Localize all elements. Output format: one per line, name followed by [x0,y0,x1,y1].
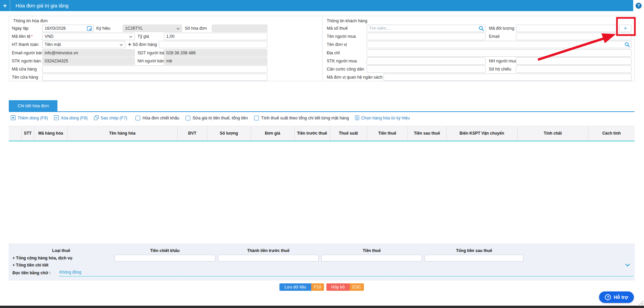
row-can-cuoc: Căn cước công dân Số hộ chiếu [323,65,634,73]
payment-method-select[interactable]: Tiền mặt [42,41,125,48]
column-header-ma-hang-hoa[interactable]: Mã hàng hóa [34,126,67,141]
store-code-input[interactable] [42,65,267,73]
totals-header-thanh-tien-truoc-thue: Thành tiền trước thuế [217,247,320,255]
column-header-thue-suat[interactable]: Thuế suất [330,126,367,141]
column-header-bien-kspt[interactable]: Biển KSPT Vận chuyển [446,126,517,141]
column-header-dvt[interactable]: ĐVT [177,126,207,141]
help-icon[interactable]: ? [636,3,642,9]
column-header-ten-hang-hoa[interactable]: Tên hàng hóa [67,126,177,141]
currency-select[interactable]: VND [42,33,135,40]
chevron-down-icon [176,26,180,31]
totals-header-loai-thue: Loại thuế [9,247,113,255]
budget-unit-code-label: Mã đơn vị quan hệ ngân sách [326,75,383,80]
copy-row-button[interactable]: Sao chép (F7) [94,115,127,121]
column-header-tinh-chat[interactable]: Tính chất [517,126,588,141]
total-before-tax-input[interactable] [218,255,319,261]
store-name-input[interactable] [42,74,267,81]
totals-header-tien-thue: Tiền thuế [320,247,423,255]
calendar-icon[interactable] [87,26,92,31]
invoice-number-input [212,25,267,32]
order-number-input[interactable] [159,41,267,48]
column-header-tien-thue[interactable]: Tiền thuế [367,126,407,141]
seller-account-label: STK người bán [11,59,42,63]
save-hotkey-badge: F10 [311,283,324,291]
row-ma-cua-hang: Mã cửa hàng [9,65,267,73]
tax-code-label: Mã số thuế [326,26,367,31]
resize-grip[interactable] [639,301,643,305]
order-number-label: Số đơn hàng [132,42,159,47]
seller-bank-input [164,57,267,65]
column-header-don-gia[interactable]: Đơn giá [251,126,294,141]
seller-email-input [42,49,135,57]
symbol-select[interactable]: 1C26TYL [123,25,182,32]
buyer-name-input[interactable] [367,33,486,40]
column-header-stt[interactable]: STT [21,126,34,141]
discount-invoice-checkbox[interactable]: Hóa đơn chiết khấu [135,116,179,120]
add-row-icon [11,115,16,121]
symbol-label: Ký hiệu [96,26,123,31]
row-ht-thanh-toan: HT thanh toán Tiền mặt + Số đơn hàng [9,40,267,49]
search-icon[interactable] [624,42,630,47]
titlebar: + Hóa đơn giá trị gia tăng ? [0,0,644,11]
citizen-id-label: Căn cước công dân [326,67,367,72]
cancel-button[interactable]: Hủy bỏ ESC [326,283,364,291]
total-after-tax-input[interactable] [425,255,523,261]
column-header-so-luong[interactable]: Số lượng [207,126,251,141]
chevron-down-icon [120,42,123,47]
total-goods-label: + Tổng cộng hàng hóa, dịch vụ [9,256,113,260]
total-discount-input[interactable] [115,255,215,261]
add-payment-method-icon[interactable]: + [128,42,131,47]
detail-toolbar: Thêm dòng (F9) Xóa dòng (F8) Sao chép (F… [9,112,635,124]
window-bottom-bar [0,306,644,308]
save-button[interactable]: Lưu dữ liệu F10 [279,283,324,291]
edit-tax-total-checkbox[interactable]: Sửa giá trị tiền thuế, tổng tiền [185,116,248,120]
expand-detail-chevron-icon[interactable] [625,263,630,267]
tab-invoice-detail[interactable]: Chi tiết hóa đơn [9,100,57,111]
header-groupbox: Thông tin hóa đơn Ngày lập Ký hiệu 1C26T… [9,16,635,81]
passport-input[interactable] [516,65,631,73]
row-ten-don-vi: Tên đơn vị [323,40,634,49]
object-code-input[interactable] [516,25,617,32]
budget-unit-code-input[interactable] [383,74,631,81]
exchange-rate-input[interactable] [164,33,267,40]
issue-date-input[interactable] [42,25,94,32]
column-header-cach-tinh[interactable]: Cách tính [588,126,635,141]
pick-goods-button[interactable]: Chọn hàng hóa từ ký hiệu [355,115,410,121]
totals-header-tien-chiet-khau: Tiền chiết khấu [113,247,217,255]
seller-phone-label: SDT người bán [138,51,164,55]
add-row-button[interactable]: Thêm dòng (F9) [11,115,48,121]
tax-code-search-input[interactable] [367,25,486,32]
total-tax-input[interactable] [321,255,422,261]
support-button[interactable]: ? Hỗ trợ [599,291,634,303]
total-detail-label: + Tổng tiền chi tiết [9,263,48,268]
tax-by-line-total-checkbox[interactable]: Tính thuế suất theo tổng chi tiết từng m… [254,116,349,120]
document-icon [355,115,359,121]
row-email-nguoi-ban: Email người bán SDT người bán [9,49,267,57]
amount-in-words-value: Không đồng [59,270,81,275]
row-ma-so-thue: Mã số thuế Mã đối tượng + [323,24,634,32]
column-header-tien-sau-thue[interactable]: Tiền sau thuế [407,126,446,141]
store-code-label: Mã cửa hàng [11,67,42,72]
customer-info-legend: Thông tin khách hàng [323,17,634,24]
store-name-label: Tên cửa hàng [11,75,42,80]
company-name-input[interactable] [367,41,631,48]
buyer-account-input[interactable] [367,57,486,65]
total-detail-row: + Tổng tiền chi tiết [9,261,634,269]
footer-actions: Lưu dữ liệu F10 Hủy bỏ ESC [9,283,635,291]
address-input[interactable] [367,49,631,57]
new-invoice-button[interactable]: + [0,0,10,11]
object-code-label: Mã đối tượng [489,26,516,31]
tab-bar: Chi tiết hóa đơn [9,100,635,112]
buyer-email-input[interactable] [516,33,631,40]
add-customer-button[interactable]: + [619,25,631,32]
buyer-bank-input[interactable] [516,57,631,65]
copy-icon [94,115,99,121]
column-header-tien-truoc-thue[interactable]: Tiền trước thuế [294,126,330,141]
seller-email-label: Email người bán [11,51,42,55]
search-icon[interactable] [478,26,484,31]
row-dia-chi: Địa chỉ [323,49,634,57]
column-header-select[interactable] [9,126,21,141]
citizen-id-input[interactable] [367,65,486,73]
delete-row-button[interactable]: Xóa dòng (F8) [54,115,88,121]
page-title: Hóa đơn giá trị gia tăng [10,0,633,11]
